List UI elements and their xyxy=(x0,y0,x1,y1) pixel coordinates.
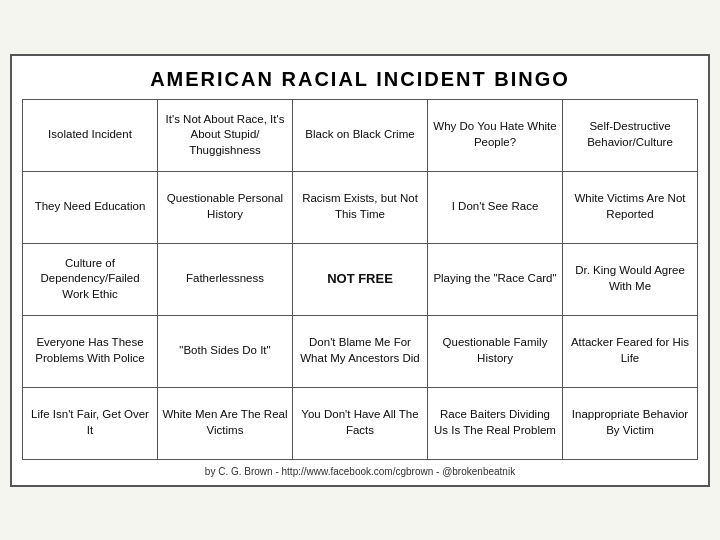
bingo-card: AMERICAN RACIAL INCIDENT BINGO Isolated … xyxy=(10,54,710,487)
bingo-grid: Isolated IncidentIt's Not About Race, It… xyxy=(22,99,698,460)
bingo-cell-21[interactable]: White Men Are The Real Victims xyxy=(158,388,293,460)
bingo-cell-20[interactable]: Life Isn't Fair, Get Over It xyxy=(23,388,158,460)
bingo-cell-0[interactable]: Isolated Incident xyxy=(23,100,158,172)
bingo-cell-13[interactable]: Playing the "Race Card" xyxy=(428,244,563,316)
bingo-cell-14[interactable]: Dr. King Would Agree With Me xyxy=(563,244,698,316)
bingo-cell-9[interactable]: White Victims Are Not Reported xyxy=(563,172,698,244)
bingo-cell-8[interactable]: I Don't See Race xyxy=(428,172,563,244)
bingo-cell-10[interactable]: Culture of Dependency/Failed Work Ethic xyxy=(23,244,158,316)
footer-text: by C. G. Brown - http://www.facebook.com… xyxy=(22,466,698,477)
bingo-cell-19[interactable]: Attacker Feared for His Life xyxy=(563,316,698,388)
bingo-cell-7[interactable]: Racism Exists, but Not This Time xyxy=(293,172,428,244)
bingo-cell-3[interactable]: Why Do You Hate White People? xyxy=(428,100,563,172)
bingo-cell-4[interactable]: Self-Destructive Behavior/Culture xyxy=(563,100,698,172)
bingo-cell-11[interactable]: Fatherlessness xyxy=(158,244,293,316)
free-space-cell[interactable]: NOT FREE xyxy=(293,244,428,316)
bingo-cell-2[interactable]: Black on Black Crime xyxy=(293,100,428,172)
bingo-cell-17[interactable]: Don't Blame Me For What My Ancestors Did xyxy=(293,316,428,388)
bingo-cell-22[interactable]: You Don't Have All The Facts xyxy=(293,388,428,460)
bingo-cell-24[interactable]: Inappropriate Behavior By Victim xyxy=(563,388,698,460)
bingo-cell-18[interactable]: Questionable Family History xyxy=(428,316,563,388)
bingo-cell-1[interactable]: It's Not About Race, It's About Stupid/ … xyxy=(158,100,293,172)
bingo-cell-16[interactable]: "Both Sides Do It" xyxy=(158,316,293,388)
bingo-cell-15[interactable]: Everyone Has These Problems With Police xyxy=(23,316,158,388)
bingo-cell-6[interactable]: Questionable Personal History xyxy=(158,172,293,244)
bingo-title: AMERICAN RACIAL INCIDENT BINGO xyxy=(22,68,698,91)
bingo-cell-5[interactable]: They Need Education xyxy=(23,172,158,244)
bingo-cell-23[interactable]: Race Baiters Dividing Us Is The Real Pro… xyxy=(428,388,563,460)
